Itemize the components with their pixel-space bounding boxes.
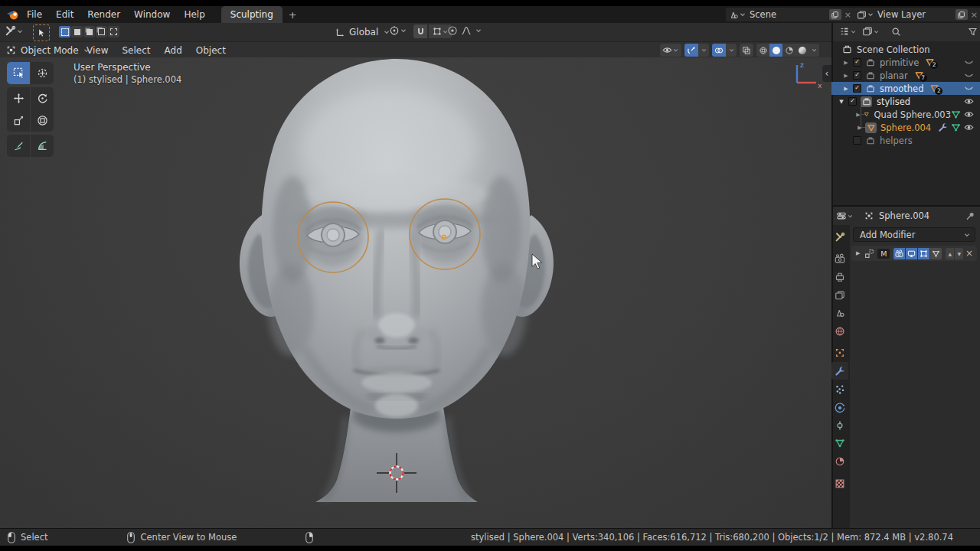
modifier-panel-header[interactable]: ▶ M ▲ ▼ × <box>851 246 977 261</box>
select-mode-set-button[interactable] <box>59 26 70 37</box>
tab-scene-properties[interactable] <box>831 304 848 321</box>
select-mode-intersect-button[interactable] <box>108 26 119 37</box>
tab-object-data-properties[interactable] <box>831 434 848 452</box>
menu-help[interactable]: Help <box>177 6 211 23</box>
hide-toggle[interactable] <box>964 109 974 119</box>
modifier-cage-toggle[interactable] <box>930 248 942 259</box>
remove-view-layer-button[interactable]: × <box>971 10 978 20</box>
outliner-display-mode-dropdown[interactable] <box>839 26 857 37</box>
transform-orientation-dropdown[interactable]: Global <box>335 25 390 39</box>
shading-dropdown[interactable] <box>808 44 819 57</box>
hide-toggle[interactable] <box>964 70 974 80</box>
add-view-layer-button[interactable] <box>956 9 968 20</box>
modifier-editmode-toggle[interactable] <box>918 248 929 259</box>
outliner-row-sphere-004[interactable]: ▶ Sphere.004 <box>831 121 980 134</box>
tab-object-properties[interactable] <box>831 344 848 361</box>
collection-checkbox[interactable]: ✓ <box>848 97 857 106</box>
modifier-render-toggle[interactable] <box>893 248 905 259</box>
tool-move-button[interactable] <box>7 87 30 109</box>
sidebar-collapse-tab[interactable]: ‹ <box>822 65 831 82</box>
menu-window[interactable]: Window <box>127 6 177 23</box>
properties-editor-type-dropdown[interactable] <box>836 210 854 221</box>
falloff-curve-icon[interactable] <box>461 25 472 36</box>
expand-arrow-icon[interactable]: ▶ <box>842 60 850 66</box>
select-mode-invert-button[interactable] <box>96 26 107 37</box>
active-tool-button[interactable] <box>33 24 50 41</box>
tab-render-properties[interactable] <box>831 249 848 267</box>
menu-view[interactable]: View <box>80 42 115 58</box>
tool-scale-button[interactable] <box>7 109 30 132</box>
collection-checkbox[interactable]: ✓ <box>853 71 861 80</box>
proportional-edit-icon[interactable] <box>447 25 458 36</box>
tab-constraint-properties[interactable] <box>831 416 848 434</box>
select-mode-subtract-button[interactable] <box>83 26 95 37</box>
tab-physics-properties[interactable] <box>831 399 848 416</box>
expand-arrow-icon[interactable]: ▶ <box>842 73 850 79</box>
tool-annotate-button[interactable] <box>7 135 30 157</box>
snap-toggle-button[interactable] <box>413 24 427 38</box>
select-mode-extend-button[interactable] <box>71 26 83 37</box>
menu-select[interactable]: Select <box>115 42 157 58</box>
view-layer-selector[interactable]: View Layer × <box>854 8 980 21</box>
new-scene-button[interactable] <box>829 9 841 20</box>
tab-view-layer-properties[interactable] <box>831 286 848 304</box>
tab-world-properties[interactable] <box>831 322 848 340</box>
tab-material-properties[interactable] <box>831 452 848 470</box>
outliner-row-planar[interactable]: ▶ ✓ planar 7 <box>831 69 980 82</box>
tool-rotate-button[interactable] <box>31 87 54 109</box>
menu-file[interactable]: File <box>20 6 49 23</box>
hide-toggle[interactable] <box>964 96 974 106</box>
modifier-delete-button[interactable]: × <box>965 248 973 259</box>
shading-solid-button[interactable] <box>769 44 782 57</box>
tool-cursor-button[interactable] <box>31 62 54 84</box>
tab-particle-properties[interactable] <box>831 380 848 398</box>
outliner-filter-button[interactable] <box>968 27 978 37</box>
hide-toggle[interactable] <box>964 122 974 132</box>
tab-texture-properties[interactable] <box>831 474 848 492</box>
expand-arrow-icon[interactable]: ▶ <box>856 250 860 256</box>
pivot-point-dropdown[interactable] <box>389 25 407 36</box>
tab-tool-properties[interactable] <box>831 228 848 246</box>
modifier-move-up-button[interactable]: ▲ <box>946 248 954 259</box>
menu-edit[interactable]: Edit <box>49 6 80 23</box>
hide-toggle[interactable] <box>964 83 974 93</box>
collection-checkbox[interactable]: ✓ <box>853 84 861 93</box>
shading-rendered-button[interactable] <box>795 44 808 57</box>
collection-checkbox[interactable]: ✓ <box>853 58 861 67</box>
pin-id-button[interactable] <box>965 211 975 221</box>
outliner-row-scene-collection[interactable]: Scene Collection <box>831 43 980 56</box>
tab-modifier-properties-active[interactable] <box>831 362 848 380</box>
add-modifier-dropdown[interactable]: Add Modifier <box>853 227 975 242</box>
mode-selector[interactable]: Object Mode <box>6 42 90 58</box>
outliner-row-quad-sphere-003[interactable]: ▶ Quad Sphere.003 <box>831 108 980 121</box>
menu-render[interactable]: Render <box>80 6 127 23</box>
tab-output-properties[interactable] <box>831 268 848 285</box>
show-overlays-button[interactable] <box>712 44 726 57</box>
xray-toggle-button[interactable] <box>740 44 753 57</box>
tool-measure-button[interactable] <box>31 135 54 157</box>
modifier-name-field[interactable]: M <box>877 249 890 259</box>
expand-arrow-icon[interactable]: ▶ <box>856 112 861 118</box>
overlays-dropdown[interactable] <box>726 44 737 57</box>
outliner-row-helpers[interactable]: helpers <box>831 134 980 147</box>
menu-object[interactable]: Object <box>189 42 233 58</box>
viewport-3d[interactable]: z x User Perspective (1) stylised | Sphe… <box>0 57 831 528</box>
show-object-types-dropdown[interactable] <box>660 44 681 57</box>
modifier-realtime-toggle[interactable] <box>906 248 917 259</box>
menu-add[interactable]: Add <box>158 42 189 58</box>
tool-selector-dropdown[interactable] <box>5 25 24 37</box>
expand-arrow-icon[interactable]: ▶ <box>856 125 864 131</box>
shading-wireframe-button[interactable] <box>756 44 769 57</box>
collapse-arrow-icon[interactable]: ▼ <box>838 99 845 105</box>
gizmo-dropdown[interactable] <box>698 44 709 57</box>
workspace-tab-sculpting[interactable]: Sculpting <box>221 6 283 23</box>
collection-checkbox-unchecked[interactable] <box>853 136 861 145</box>
outliner-filter-mode-dropdown[interactable] <box>862 26 880 37</box>
outliner-row-stylised[interactable]: ▼ ✓ stylised <box>831 95 980 108</box>
tool-select-box-button[interactable] <box>7 62 30 84</box>
show-gizmo-button[interactable] <box>684 44 698 57</box>
outliner-row-primitive[interactable]: ▶ ✓ primitive 2 <box>831 56 980 69</box>
add-workspace-button[interactable]: + <box>289 9 297 21</box>
unlink-scene-button[interactable]: × <box>844 10 851 20</box>
outliner-row-smoothed[interactable]: ▶ ✓ smoothed 2 <box>831 82 980 95</box>
